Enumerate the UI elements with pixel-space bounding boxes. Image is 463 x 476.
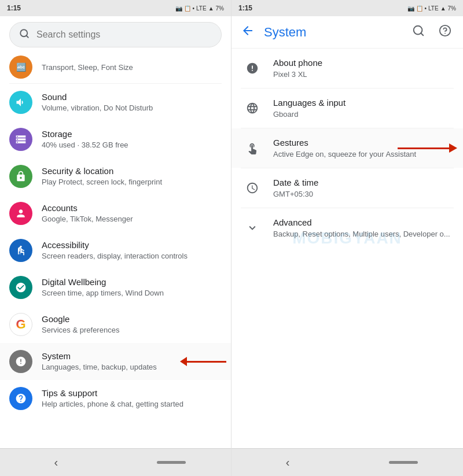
signal-icon: ▲ <box>208 5 214 12</box>
r-notification-icon: 📷 <box>407 5 414 12</box>
right-time: 1:15 <box>238 4 252 12</box>
right-status-icons: 📷 📋 • LTE ▲ 7% <box>407 5 456 12</box>
back-button[interactable] <box>241 24 255 41</box>
settings-item-sound[interactable]: Sound Volume, vibration, Do Not Disturb <box>0 84 231 121</box>
advanced-icon <box>241 216 264 239</box>
search-input[interactable] <box>36 29 212 40</box>
tips-subtitle: Help articles, phone & chat, getting sta… <box>42 400 222 409</box>
digital-icon <box>9 276 32 299</box>
right-item-about[interactable]: About phone Pixel 3 XL <box>232 49 463 88</box>
sim-icon: 📋 <box>184 5 191 12</box>
svg-line-1 <box>26 35 28 37</box>
accessibility-title: Accessibility <box>42 239 222 251</box>
storage-icon <box>9 128 32 151</box>
about-icon <box>241 57 264 80</box>
security-icon <box>9 165 32 188</box>
google-title: Google <box>42 313 222 325</box>
sound-icon <box>9 91 32 114</box>
right-settings-list: About phone Pixel 3 XL Languages & input… <box>232 49 463 448</box>
settings-item-security[interactable]: Security & location Play Protect, screen… <box>0 158 231 195</box>
help-icon-btn[interactable] <box>436 22 454 42</box>
settings-item-system[interactable]: System Languages, time, backup, updates <box>0 343 231 380</box>
left-time: 1:15 <box>7 4 21 12</box>
accounts-text: Accounts Google, TikTok, Messenger <box>42 202 222 224</box>
security-text: Security & location Play Protect, screen… <box>42 165 222 187</box>
google-text: Google Services & preferences <box>42 313 222 335</box>
left-nav-pill[interactable] <box>157 461 186 464</box>
right-item-advanced[interactable]: Advanced Backup, Reset options, Multiple… <box>232 208 463 248</box>
battery-text: 7% <box>216 5 224 12</box>
right-nav-bar: ‹ <box>232 448 463 476</box>
gestures-arrow-annotation <box>398 143 457 153</box>
search-icon <box>19 28 30 42</box>
security-subtitle: Play Protect, screen lock, fingerprint <box>42 178 222 187</box>
partial-settings-item[interactable]: 🔤 Transport, Sleep, Font Size <box>0 53 231 83</box>
digital-subtitle: Screen time, app timers, Wind Down <box>42 289 222 298</box>
settings-item-google[interactable]: G Google Services & preferences <box>0 306 231 343</box>
partial-icon: 🔤 <box>9 56 32 79</box>
red-arrow <box>180 356 226 367</box>
gestures-arrow-head <box>449 143 457 153</box>
accessibility-icon <box>9 239 32 262</box>
left-nav-bar: ‹ <box>0 448 231 476</box>
left-panel: 1:15 📷 📋 • LTE ▲ 7% 🔤 Transport, Sleep <box>0 0 232 476</box>
settings-item-digital[interactable]: Digital Wellbeing Screen time, app timer… <box>0 269 231 306</box>
accounts-icon <box>9 202 32 225</box>
advanced-text: Advanced Backup, Reset options, Multiple… <box>273 216 454 239</box>
security-title: Security & location <box>42 165 222 177</box>
arrow-line <box>187 361 226 363</box>
right-nav-pill[interactable] <box>389 461 418 464</box>
settings-item-accounts[interactable]: Accounts Google, TikTok, Messenger <box>0 195 231 232</box>
search-icon-btn[interactable] <box>410 22 427 42</box>
sound-subtitle: Volume, vibration, Do Not Disturb <box>42 104 222 113</box>
r-signal-icon: ▲ <box>440 5 446 12</box>
arrow-head <box>180 357 187 366</box>
r-lte-icon: LTE <box>428 5 439 12</box>
settings-item-accessibility[interactable]: Accessibility Screen readers, display, i… <box>0 232 231 269</box>
google-subtitle: Services & preferences <box>42 326 222 335</box>
languages-icon <box>241 97 264 120</box>
about-text: About phone Pixel 3 XL <box>273 57 454 80</box>
tips-text: Tips & support Help articles, phone & ch… <box>42 388 222 409</box>
digital-title: Digital Wellbeing <box>42 276 222 288</box>
datetime-text: Date & time GMT+05:30 <box>273 176 454 200</box>
left-back-button[interactable]: ‹ <box>45 451 68 474</box>
storage-title: Storage <box>42 128 222 140</box>
page-title: System <box>264 25 400 40</box>
languages-title: Languages & input <box>273 97 454 109</box>
lte-icon: LTE <box>196 5 207 12</box>
gestures-icon <box>241 136 264 160</box>
system-icon <box>9 350 32 373</box>
accessibility-text: Accessibility Screen readers, display, i… <box>42 239 222 261</box>
datetime-icon <box>241 176 264 200</box>
search-bar-container <box>0 16 231 53</box>
about-subtitle: Pixel 3 XL <box>273 70 454 80</box>
r-battery-text: 7% <box>448 5 456 12</box>
left-status-bar: 1:15 📷 📋 • LTE ▲ 7% <box>0 0 231 16</box>
dot-icon: • <box>193 5 195 12</box>
advanced-subtitle: Backup, Reset options, Multiple users, D… <box>273 230 454 239</box>
right-item-languages[interactable]: Languages & input Gboard <box>232 88 463 128</box>
right-header: System <box>232 16 463 49</box>
right-back-button[interactable]: ‹ <box>277 451 299 474</box>
storage-text: Storage 40% used · 38.52 GB free <box>42 128 222 150</box>
accounts-subtitle: Google, TikTok, Messenger <box>42 215 222 224</box>
right-item-datetime[interactable]: Date & time GMT+05:30 <box>232 168 463 208</box>
settings-item-storage[interactable]: Storage 40% used · 38.52 GB free <box>0 121 231 158</box>
sound-title: Sound <box>42 91 222 103</box>
accounts-title: Accounts <box>42 202 222 214</box>
system-arrow-annotation <box>180 356 226 367</box>
r-dot-icon: • <box>425 5 427 12</box>
languages-text: Languages & input Gboard <box>273 97 454 120</box>
right-item-gestures[interactable]: Gestures Active Edge on, squeeze for you… <box>232 128 463 168</box>
gestures-arrow-line <box>398 147 450 149</box>
r-sim-icon: 📋 <box>416 5 423 12</box>
notification-icon: 📷 <box>175 5 182 12</box>
accessibility-subtitle: Screen readers, display, interaction con… <box>42 252 222 261</box>
right-status-bar: 1:15 📷 📋 • LTE ▲ 7% <box>232 0 463 16</box>
settings-item-tips[interactable]: Tips & support Help articles, phone & ch… <box>0 380 231 417</box>
datetime-subtitle: GMT+05:30 <box>273 190 454 200</box>
languages-subtitle: Gboard <box>273 110 454 120</box>
search-bar[interactable] <box>9 22 222 47</box>
google-icon: G <box>9 313 32 336</box>
